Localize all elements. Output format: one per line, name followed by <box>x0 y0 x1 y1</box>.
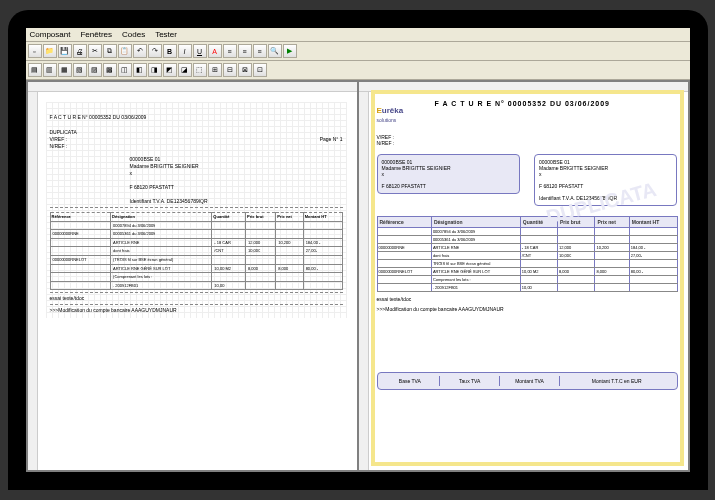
ruler-vertical <box>28 92 38 470</box>
tool-icon[interactable]: ⊡ <box>253 63 267 77</box>
menu-bar: Composant Fenêtres Codes Tester <box>26 28 690 42</box>
invoice-title: F A C T U R E N° 00005352 DU 03/06/2009 <box>435 100 611 107</box>
app-window: Composant Fenêtres Codes Tester ▫ 📁 💾 🖨 … <box>26 28 690 472</box>
base-tva: Base TVA <box>381 376 441 386</box>
underline-icon[interactable]: U <box>193 44 207 58</box>
menu-composant[interactable]: Composant <box>30 30 71 39</box>
table-row: 00000000RNELOTARTICLE RNE GÉRÉ SUR LOT10… <box>377 268 677 276</box>
table-row: 00000000RNE00005361 du 3/06/2009 <box>50 230 342 239</box>
page-number: Page N° 1 <box>320 136 343 143</box>
menu-fenetres[interactable]: Fenêtres <box>80 30 112 39</box>
save-icon[interactable]: 💾 <box>58 44 72 58</box>
table-row: dont frais/CNT10,00€27,00- <box>50 247 342 256</box>
montant-ttc: Montant T.T.C en EUR <box>560 376 674 386</box>
table-row: 00007894 du 3/06/2009 <box>377 228 677 236</box>
workspace: F A C T U R E N° 00005352 DU 03/06/2009 … <box>26 80 690 472</box>
tool-icon[interactable]: ◨ <box>148 63 162 77</box>
open-icon[interactable]: 📁 <box>43 44 57 58</box>
col-pn: Prix net <box>276 213 303 222</box>
client-tva: Identifiant T.V.A. DE123456789IQR <box>130 198 343 205</box>
tool-icon[interactable]: ▥ <box>43 63 57 77</box>
table-row: . 200912FB0110,00 <box>50 281 342 290</box>
redo-icon[interactable]: ↷ <box>148 44 162 58</box>
preview-panel-right[interactable]: DUPLICATA EEurêkaurêkasolutions F A C T … <box>359 82 688 470</box>
client-x: x <box>130 170 343 177</box>
menu-tester[interactable]: Tester <box>155 30 177 39</box>
tool-icon[interactable]: ▨ <box>88 63 102 77</box>
table-row: ARTICLE RNE GÉRÉ SUR LOT10,00 M28,0008,0… <box>50 264 342 273</box>
italic-icon[interactable]: I <box>178 44 192 58</box>
table-row: Comprenant les lots : <box>377 276 677 284</box>
tool-icon[interactable]: ◧ <box>133 63 147 77</box>
invoice-table: Référence Désignation Quantité Prix brut… <box>377 216 678 292</box>
new-icon[interactable]: ▫ <box>28 44 42 58</box>
vref-label: V/REF : <box>50 136 68 143</box>
col-ref: Référence <box>50 213 111 222</box>
zoom-icon[interactable]: 🔍 <box>268 44 282 58</box>
totals-footer: Base TVA Taux TVA Montant TVA Montant T.… <box>377 372 678 390</box>
table-row: dont frais/CNT10,00€27,00- <box>377 252 677 260</box>
laptop-frame: Composant Fenêtres Codes Tester ▫ 📁 💾 🖨 … <box>8 10 708 490</box>
table-row: 00000000RNEARTICLE RNE- 18 CAR12,00010,2… <box>377 244 677 252</box>
design-panel-left[interactable]: F A C T U R E N° 00005352 DU 03/06/2009 … <box>28 82 357 470</box>
toolbar-2: ▤ ▥ ▦ ▧ ▨ ▩ ◫ ◧ ◨ ◩ ◪ ⬚ ⊞ ⊟ ⊠ ⊡ <box>26 61 690 80</box>
ruler-horizontal <box>28 82 357 92</box>
toolbar-1: ▫ 📁 💾 🖨 ✂ ⧉ 📋 ↶ ↷ B I U A ≡ ≡ ≡ 🔍 ▶ <box>26 42 690 61</box>
tool-icon[interactable]: ⊠ <box>238 63 252 77</box>
modification-text: >>>Modification du compte bancaire AAAGU… <box>377 306 678 312</box>
modification-text: >>>Modification du compte bancaire AAAGU… <box>50 307 343 314</box>
tool-icon[interactable]: ◪ <box>178 63 192 77</box>
tool-icon[interactable]: ⊟ <box>223 63 237 77</box>
tool-icon[interactable]: ⊞ <box>208 63 222 77</box>
invoice-table: Référence Désignation Quantité Prix brut… <box>50 212 343 290</box>
col-pn: Prix net <box>595 217 629 228</box>
client-name: Madame BRIGITTE SEIGNIER <box>130 163 343 170</box>
table-row: 00007894 du 3/06/2009 <box>50 221 342 230</box>
eureka-logo: EEurêkaurêkasolutions <box>377 100 427 130</box>
col-mt: Montant HT <box>629 217 677 228</box>
client-city: F 68120 PFASTATT <box>130 184 343 191</box>
client-box-1: 00000BSE 01 Madame BRIGITTE SEIGNIER x F… <box>377 154 520 194</box>
col-pb: Prix brut <box>246 213 276 222</box>
nref-label: N/REF : <box>377 140 395 146</box>
montant-tva: Montant TVA <box>500 376 560 386</box>
cut-icon[interactable]: ✂ <box>88 44 102 58</box>
table-row: . 200912FB0110,00 <box>377 284 677 292</box>
col-mt: Montant HT <box>303 213 342 222</box>
col-qte: Quantité <box>212 213 246 222</box>
ruler-horizontal <box>359 82 688 92</box>
align-left-icon[interactable]: ≡ <box>223 44 237 58</box>
col-ref: Référence <box>377 217 431 228</box>
tool-icon[interactable]: ▧ <box>73 63 87 77</box>
run-icon[interactable]: ▶ <box>283 44 297 58</box>
table-row: ARTICLE RNE- 18 CAR12,00010,200184,00 - <box>50 238 342 247</box>
tool-icon[interactable]: ▩ <box>103 63 117 77</box>
print-icon[interactable]: 🖨 <box>73 44 87 58</box>
tool-icon[interactable]: ▤ <box>28 63 42 77</box>
paste-icon[interactable]: 📋 <box>118 44 132 58</box>
table-row: (Comprenant les lots : <box>50 273 342 282</box>
table-row: 00000000RNELOT(TROIS fil sur BSE écran g… <box>50 255 342 264</box>
essai-text: essai texte/tdoc <box>50 295 343 302</box>
col-des: Désignation <box>431 217 520 228</box>
bold-icon[interactable]: B <box>163 44 177 58</box>
font-color-icon[interactable]: A <box>208 44 222 58</box>
essai-text: essai texte/tdoc <box>377 296 678 302</box>
copy-icon[interactable]: ⧉ <box>103 44 117 58</box>
invoice-title: F A C T U R E N° 00005352 DU 03/06/2009 <box>50 114 343 121</box>
align-right-icon[interactable]: ≡ <box>253 44 267 58</box>
tool-icon[interactable]: ▦ <box>58 63 72 77</box>
table-row: TROIS fil sur BSE écran général <box>377 260 677 268</box>
taux-tva: Taux TVA <box>440 376 500 386</box>
nref-label: N/REF : <box>50 143 68 150</box>
tool-icon[interactable]: ⬚ <box>193 63 207 77</box>
undo-icon[interactable]: ↶ <box>133 44 147 58</box>
tool-icon[interactable]: ◩ <box>163 63 177 77</box>
col-des: Désignation <box>111 213 212 222</box>
client-code: 00000BSE 01 <box>130 156 343 163</box>
menu-codes[interactable]: Codes <box>122 30 145 39</box>
align-center-icon[interactable]: ≡ <box>238 44 252 58</box>
duplicata-label: DUPLICATA <box>50 129 343 136</box>
tool-icon[interactable]: ◫ <box>118 63 132 77</box>
table-row: 00005361 du 3/06/2009 <box>377 236 677 244</box>
